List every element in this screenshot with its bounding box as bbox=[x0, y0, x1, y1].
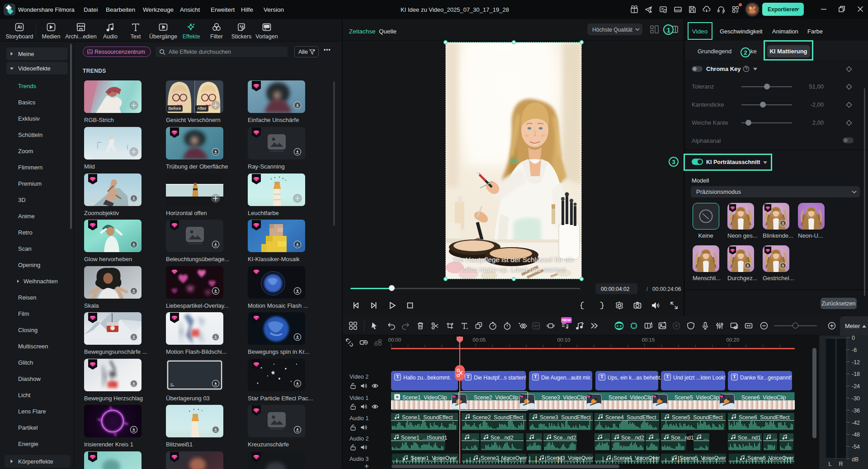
svg-text:Before: Before bbox=[169, 106, 181, 111]
svg-text:After: After bbox=[197, 106, 206, 111]
